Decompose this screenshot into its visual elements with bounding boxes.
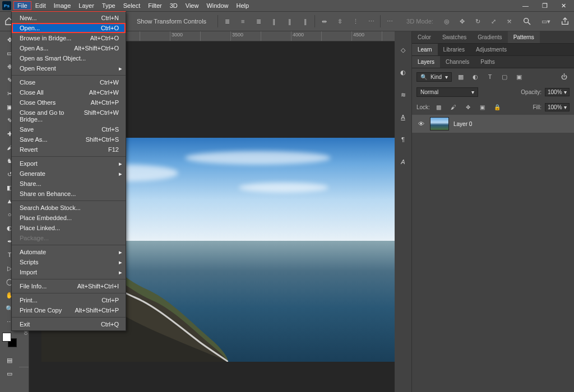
menu-select[interactable]: Select (119, 1, 145, 10)
align-center-h-icon[interactable]: ≡ (237, 16, 248, 27)
search-icon[interactable] (521, 16, 533, 27)
tab-channels[interactable]: Channels (440, 56, 475, 68)
menu-item-export[interactable]: Export▸ (12, 158, 126, 169)
menu-item-browse-in-bridge[interactable]: Browse in Bridge...Alt+Ctrl+O (12, 33, 126, 43)
menu-image[interactable]: Image (50, 1, 75, 10)
distribute-spacing2-icon[interactable]: ⋯ (365, 16, 377, 27)
menu-item-share-on-behance[interactable]: Share on Behance... (12, 189, 126, 199)
menu-layer[interactable]: Layer (75, 1, 98, 10)
align-right-icon[interactable]: ≣ (253, 16, 264, 27)
menu-edit[interactable]: Edit (31, 1, 50, 10)
menu-item-open-recent[interactable]: Open Recent▸ (12, 63, 126, 73)
filter-adjust-icon[interactable]: ◐ (470, 71, 481, 82)
filter-toggle-icon[interactable]: ⏻ (558, 71, 570, 82)
tab-gradients[interactable]: Gradients (472, 31, 507, 43)
menu-item-close-all[interactable]: Close AllAlt+Ctrl+W (12, 87, 126, 97)
filter-pixel-icon[interactable]: ▩ (455, 71, 466, 82)
menu-item-open-as-smart-object[interactable]: Open as Smart Object... (12, 53, 126, 63)
3d-pan-icon[interactable]: ✥ (457, 16, 468, 27)
menu-item-place-embedded[interactable]: Place Embedded... (12, 213, 126, 223)
menu-item-place-linked[interactable]: Place Linked... (12, 223, 126, 233)
glyphs-panel-icon[interactable]: A (397, 156, 409, 168)
menu-item-scripts[interactable]: Scripts▸ (12, 257, 126, 267)
menu-item-close-and-go-to-bridge[interactable]: Close and Go to Bridge...Shift+Ctrl+W (12, 108, 126, 124)
distribute-v-icon[interactable]: ⇳ (334, 16, 345, 27)
distribute-h-icon[interactable]: ⇹ (318, 16, 330, 27)
lock-position-icon[interactable]: ✥ (462, 101, 474, 113)
layer-filter-dropdown[interactable]: 🔍 Kind ▾ (416, 72, 452, 82)
menu-file[interactable]: File (13, 1, 31, 10)
filter-smart-icon[interactable]: ▣ (513, 71, 525, 82)
tab-learn[interactable]: Learn (412, 44, 438, 55)
tab-color[interactable]: Color (412, 31, 437, 43)
screen-mode-icon[interactable]: ▭ (2, 367, 17, 380)
fill-field[interactable]: 100%▾ (545, 103, 570, 111)
menu-item-open-as[interactable]: Open As...Alt+Shift+Ctrl+O (12, 43, 126, 53)
3d-orbit-icon[interactable]: ◎ (441, 16, 452, 27)
menu-item-automate[interactable]: Automate▸ (12, 247, 126, 257)
align-left-icon[interactable]: ≣ (221, 16, 233, 27)
share-icon[interactable] (559, 16, 571, 27)
menu-item-label: Search Adobe Stock... (20, 204, 81, 211)
menu-3d[interactable]: 3D (166, 1, 182, 10)
menu-item-save[interactable]: SaveCtrl+S (12, 124, 126, 134)
menu-item-print[interactable]: Print...Ctrl+P (12, 295, 126, 305)
menu-item-generate[interactable]: Generate▸ (12, 169, 126, 179)
menu-item-search-adobe-stock[interactable]: Search Adobe Stock... (12, 203, 126, 213)
menu-item-exit[interactable]: ExitCtrl+Q (12, 319, 126, 329)
layer-visibility-icon[interactable]: 👁 (416, 120, 425, 127)
3d-slide-icon[interactable]: ⤢ (488, 16, 499, 27)
minimize-icon[interactable]: — (522, 2, 529, 10)
layer-thumbnail[interactable] (430, 117, 449, 130)
menu-window[interactable]: Window (202, 1, 232, 10)
workspace-icon[interactable]: ▭▾ (540, 16, 552, 27)
menu-item-print-one-copy[interactable]: Print One CopyAlt+Shift+Ctrl+P (12, 305, 126, 315)
menu-item-open[interactable]: Open...Ctrl+O (12, 23, 126, 33)
menu-type[interactable]: Type (98, 1, 119, 10)
tab-libraries[interactable]: Libraries (438, 44, 470, 55)
menu-item-new[interactable]: New...Ctrl+N (12, 13, 126, 23)
tab-swatches[interactable]: Swatches (437, 31, 472, 43)
menu-filter[interactable]: Filter (144, 1, 165, 10)
3d-scale-icon[interactable]: ⤧ (504, 16, 515, 27)
menu-item-close-others[interactable]: Close OthersAlt+Ctrl+P (12, 97, 126, 108)
distribute-spacing-icon[interactable]: ⋮ (350, 16, 361, 27)
lock-all-icon[interactable]: 🔒 (492, 101, 503, 113)
restore-icon[interactable]: ❐ (542, 2, 548, 10)
adjustments-panel-icon[interactable]: ◐ (397, 66, 409, 78)
menu-item-import[interactable]: Import▸ (12, 267, 126, 277)
tab-adjustments[interactable]: Adjustments (470, 44, 512, 55)
brushes-panel-icon[interactable]: ≋ (397, 88, 409, 101)
close-icon[interactable]: ✕ (561, 2, 566, 10)
menu-help[interactable]: Help (233, 1, 253, 10)
align-center-v-icon[interactable]: ‖ (284, 16, 295, 27)
tab-paths[interactable]: Paths (475, 56, 501, 68)
filter-type-icon[interactable]: T (484, 71, 496, 82)
character-panel-icon[interactable]: A (397, 111, 409, 123)
lock-transparent-icon[interactable]: ▩ (433, 101, 445, 113)
menu-item-file-info[interactable]: File Info...Alt+Shift+Ctrl+I (12, 281, 126, 291)
tab-patterns[interactable]: Patterns (508, 31, 540, 43)
layer-name[interactable]: Layer 0 (453, 121, 472, 127)
more-options-icon[interactable]: ⋯ (384, 16, 395, 27)
menu-item-save-as[interactable]: Save As...Shift+Ctrl+S (12, 134, 126, 144)
quick-mask-icon[interactable]: ▤ (2, 354, 17, 366)
align-top-icon[interactable]: ‖ (269, 16, 280, 27)
tab-layers[interactable]: Layers (412, 56, 440, 68)
menu-view[interactable]: View (182, 1, 203, 10)
paragraph-panel-icon[interactable]: ¶ (397, 133, 409, 146)
3d-roll-icon[interactable]: ↻ (473, 16, 484, 27)
menu-item-share[interactable]: Share... (12, 179, 126, 189)
opacity-field[interactable]: 100%▾ (545, 88, 570, 96)
lock-artboard-icon[interactable]: ▣ (477, 101, 488, 113)
properties-panel-icon[interactable]: ◇ (397, 44, 409, 56)
menu-item-close[interactable]: CloseCtrl+W (12, 77, 126, 87)
color-swatches[interactable] (2, 333, 17, 347)
blend-mode-dropdown[interactable]: Normal ▾ (416, 87, 478, 97)
align-bottom-icon[interactable]: ‖ (300, 16, 311, 27)
foreground-swatch[interactable] (2, 333, 11, 342)
layer-item[interactable]: 👁 Layer 0 (412, 115, 574, 133)
menu-item-revert[interactable]: RevertF12 (12, 144, 126, 155)
filter-shape-icon[interactable]: ▢ (499, 71, 510, 82)
lock-image-icon[interactable]: 🖌 (448, 101, 459, 113)
